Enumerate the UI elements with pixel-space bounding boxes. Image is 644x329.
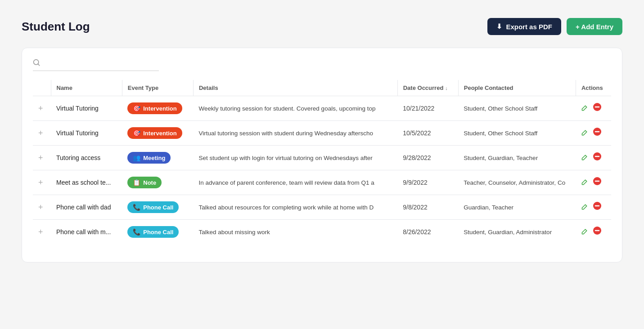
delete-button[interactable] xyxy=(593,152,602,164)
svg-line-1 xyxy=(38,64,40,66)
name-cell: Virtual Tutoring xyxy=(51,96,122,121)
actions-cell xyxy=(576,121,611,146)
event-badge: 📞 Phone Call xyxy=(127,226,179,238)
people-cell: Student, Guardian, Teacher xyxy=(458,146,576,170)
expand-button[interactable]: + xyxy=(33,96,51,121)
actions-cell xyxy=(576,220,611,245)
badge-icon: 📋 xyxy=(133,179,140,186)
expand-button[interactable]: + xyxy=(33,220,51,245)
expand-button[interactable]: + xyxy=(33,195,51,220)
badge-label: Meeting xyxy=(143,155,165,161)
search-icon xyxy=(33,59,40,68)
add-entry-button[interactable]: + Add Entry xyxy=(567,18,622,35)
event-type-cell: 🎯 Intervention xyxy=(122,121,193,146)
name-cell: Tutoring access xyxy=(51,146,122,170)
event-type-cell: 📞 Phone Call xyxy=(122,220,193,245)
people-cell: Student, Other School Staff xyxy=(458,121,576,146)
expand-button[interactable]: + xyxy=(33,121,51,146)
page-header: Student Log ⬇ Export as PDF + Add Entry xyxy=(22,18,622,35)
expand-button[interactable]: + xyxy=(33,170,51,195)
event-type-cell: 👥 Meeting xyxy=(122,146,193,170)
table-row: + Phone call with dad 📞 Phone Call Talke… xyxy=(33,195,611,220)
details-cell: Talked about missing work xyxy=(193,220,397,245)
expand-button[interactable]: + xyxy=(33,146,51,170)
delete-button[interactable] xyxy=(593,102,602,114)
event-badge: 👥 Meeting xyxy=(127,152,171,164)
download-icon: ⬇ xyxy=(496,22,502,31)
svg-point-0 xyxy=(34,60,39,65)
details-cell: Weekly tutoring session for student. Cov… xyxy=(193,96,397,121)
header-actions: ⬇ Export as PDF + Add Entry xyxy=(487,18,622,35)
edit-button[interactable] xyxy=(581,104,588,114)
table-row: + Virtual Tutoring 🎯 Intervention Virtua… xyxy=(33,121,611,146)
th-expand xyxy=(33,80,51,96)
delete-button[interactable] xyxy=(593,201,602,213)
edit-button[interactable] xyxy=(581,154,588,163)
name-cell: Meet as school te... xyxy=(51,170,122,195)
date-cell: 9/8/2022 xyxy=(397,195,458,220)
badge-label: Note xyxy=(143,179,156,186)
details-cell: In advance of parent conference, team wi… xyxy=(193,170,397,195)
delete-button[interactable] xyxy=(593,177,602,188)
table-row: + Tutoring access 👥 Meeting Set student … xyxy=(33,146,611,170)
search-input[interactable] xyxy=(44,60,159,67)
student-log-table: Name Event Type Details Date Occurred ↓ … xyxy=(33,80,611,244)
date-cell: 9/9/2022 xyxy=(397,170,458,195)
event-type-cell: 📋 Note xyxy=(122,170,193,195)
badge-icon: 👥 xyxy=(133,154,140,161)
badge-label: Phone Call xyxy=(143,229,173,236)
th-event-type: Event Type xyxy=(122,80,193,96)
event-badge: 🎯 Intervention xyxy=(127,102,182,114)
th-details: Details xyxy=(193,80,397,96)
actions-cell xyxy=(576,170,611,195)
delete-button[interactable] xyxy=(593,127,602,139)
actions-cell xyxy=(576,96,611,121)
people-cell: Student, Other School Staff xyxy=(458,96,576,121)
export-pdf-button[interactable]: ⬇ Export as PDF xyxy=(487,18,561,35)
date-cell: 8/26/2022 xyxy=(397,220,458,245)
edit-button[interactable] xyxy=(581,129,588,138)
edit-button[interactable] xyxy=(581,228,588,237)
delete-button[interactable] xyxy=(593,226,602,238)
main-card: Name Event Type Details Date Occurred ↓ … xyxy=(22,48,622,262)
actions-cell xyxy=(576,146,611,170)
details-cell: Set student up with login for virtual tu… xyxy=(193,146,397,170)
date-cell: 10/5/2022 xyxy=(397,121,458,146)
table-row: + Virtual Tutoring 🎯 Intervention Weekly… xyxy=(33,96,611,121)
date-cell: 9/28/2022 xyxy=(397,146,458,170)
badge-icon: 📞 xyxy=(133,204,140,211)
event-type-cell: 🎯 Intervention xyxy=(122,96,193,121)
event-type-cell: 📞 Phone Call xyxy=(122,195,193,220)
name-cell: Phone call with dad xyxy=(51,195,122,220)
search-wrapper xyxy=(33,59,159,71)
table-header-row: Name Event Type Details Date Occurred ↓ … xyxy=(33,80,611,96)
th-people-contacted: People Contacted xyxy=(458,80,576,96)
details-cell: Talked about resources for completing wo… xyxy=(193,195,397,220)
edit-button[interactable] xyxy=(581,178,588,188)
badge-label: Intervention xyxy=(143,105,176,112)
table-row: + Phone call with m... 📞 Phone Call Talk… xyxy=(33,220,611,245)
badge-icon: 🎯 xyxy=(133,105,140,112)
actions-cell xyxy=(576,195,611,220)
event-badge: 🎯 Intervention xyxy=(127,127,182,139)
th-name: Name xyxy=(51,80,122,96)
event-badge: 📋 Note xyxy=(127,177,162,188)
sort-down-icon: ↓ xyxy=(445,85,448,91)
table-container: Name Event Type Details Date Occurred ↓ … xyxy=(33,80,611,244)
badge-label: Phone Call xyxy=(143,204,173,211)
badge-icon: 🎯 xyxy=(133,129,140,137)
table-row: + Meet as school te... 📋 Note In advance… xyxy=(33,170,611,195)
people-cell: Student, Guardian, Administrator xyxy=(458,220,576,245)
badge-icon: 📞 xyxy=(133,228,140,236)
people-cell: Teacher, Counselor, Administrator, Co xyxy=(458,170,576,195)
event-badge: 📞 Phone Call xyxy=(127,201,179,213)
badge-label: Intervention xyxy=(143,130,176,137)
people-cell: Guardian, Teacher xyxy=(458,195,576,220)
edit-button[interactable] xyxy=(581,203,588,213)
date-cell: 10/21/2022 xyxy=(397,96,458,121)
th-date-occurred[interactable]: Date Occurred ↓ xyxy=(397,80,458,96)
name-cell: Phone call with m... xyxy=(51,220,122,245)
details-cell: Virtual tutoring session with student du… xyxy=(193,121,397,146)
name-cell: Virtual Tutoring xyxy=(51,121,122,146)
th-actions: Actions xyxy=(576,80,611,96)
